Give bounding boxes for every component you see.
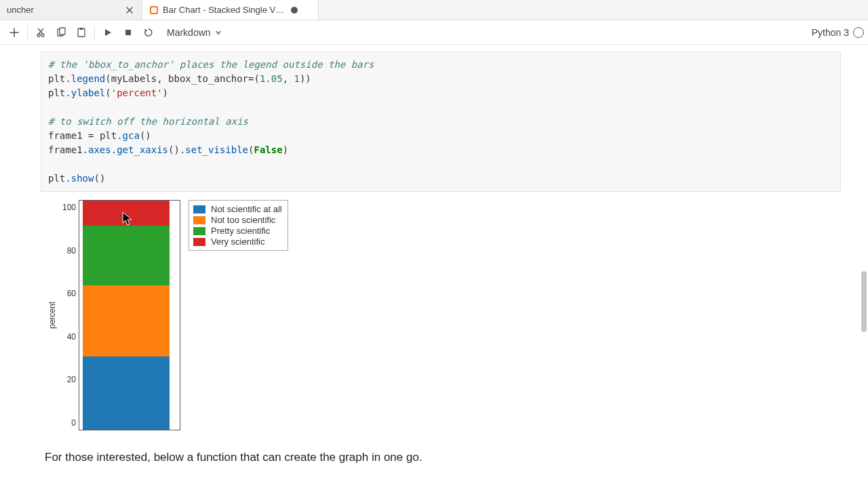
- svg-rect-5: [60, 28, 65, 35]
- chevron-down-icon: [215, 27, 222, 38]
- ytick: 60: [67, 289, 76, 298]
- ytick: 40: [67, 332, 76, 342]
- kernel-name[interactable]: Python 3: [812, 27, 849, 38]
- separator: [27, 26, 28, 39]
- legend-swatch: [193, 205, 205, 214]
- stacked-bar: [83, 201, 170, 430]
- ytick: 20: [67, 375, 76, 384]
- notebook-icon: [149, 5, 159, 15]
- y-axis-ticks: 100 80 60 40 20 0: [60, 200, 79, 430]
- cell-type-select[interactable]: Markdown: [163, 27, 226, 38]
- run-button[interactable]: [98, 22, 118, 43]
- bar-segment: [83, 201, 170, 226]
- copy-button[interactable]: [51, 22, 71, 43]
- plot-area: [79, 200, 180, 430]
- chart-legend: Not scientific at all Not too scientific…: [189, 200, 288, 251]
- tab-launcher[interactable]: uncher: [0, 0, 142, 20]
- legend-item: Pretty scientific: [193, 226, 282, 236]
- ytick: 0: [71, 418, 76, 428]
- cut-button[interactable]: [31, 22, 51, 43]
- notebook-toolbar: Markdown Python 3: [0, 20, 868, 45]
- legend-swatch: [193, 216, 205, 224]
- tab-label: uncher: [7, 5, 34, 15]
- paste-button[interactable]: [71, 22, 92, 43]
- stacked-bar-chart: percent 100 80 60 40 20 0 Not scientific…: [41, 200, 841, 430]
- tab-notebook[interactable]: Bar Chart - Stacked Single V…: [142, 0, 319, 20]
- legend-item: Very scientific: [193, 237, 282, 247]
- tab-label: Bar Chart - Stacked Single V…: [163, 5, 284, 15]
- svg-point-3: [41, 34, 44, 37]
- separator: [94, 26, 95, 39]
- kernel-status-icon[interactable]: [853, 27, 864, 38]
- legend-swatch: [193, 238, 205, 246]
- restart-button[interactable]: [138, 22, 159, 43]
- bar-segment: [83, 357, 170, 430]
- legend-item: Not too scientific: [193, 215, 282, 225]
- bar-segment: [83, 285, 170, 357]
- unsaved-dot-icon: [291, 7, 298, 14]
- svg-rect-1: [151, 7, 157, 13]
- svg-point-2: [37, 34, 40, 37]
- ytick: 100: [62, 203, 76, 212]
- code-cell[interactable]: # the 'bbox_to_anchor' places the legend…: [41, 52, 841, 192]
- y-axis-label: percent: [47, 302, 57, 329]
- scrollbar-thumb[interactable]: [861, 271, 867, 332]
- bar-segment: [83, 226, 170, 285]
- close-icon[interactable]: [124, 5, 135, 16]
- legend-item: Not scientific at all: [193, 204, 282, 214]
- notebook-tabs: uncher Bar Chart - Stacked Single V…: [0, 0, 868, 20]
- legend-swatch: [193, 227, 205, 235]
- add-cell-button[interactable]: [4, 22, 24, 43]
- stop-button[interactable]: [118, 22, 138, 43]
- cell-output: percent 100 80 60 40 20 0 Not scientific…: [41, 192, 841, 464]
- markdown-text: For those interested, below a function t…: [41, 430, 841, 464]
- ytick: 80: [67, 246, 76, 256]
- notebook-body: # the 'bbox_to_anchor' places the legend…: [0, 45, 868, 488]
- svg-rect-7: [80, 28, 83, 30]
- cell-type-label: Markdown: [167, 27, 211, 38]
- svg-rect-8: [125, 30, 131, 35]
